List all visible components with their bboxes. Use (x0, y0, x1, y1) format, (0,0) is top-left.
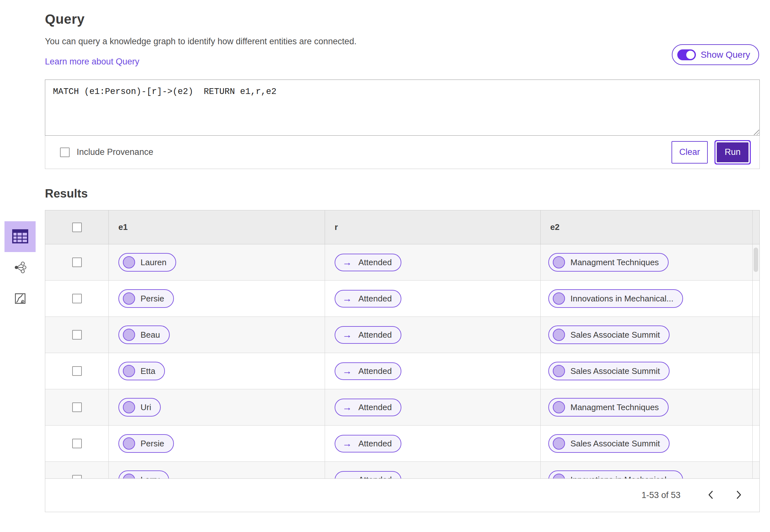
results-pagination-bar: 1-53 of 53 (45, 478, 759, 512)
entity-node-icon (123, 365, 135, 377)
entity-node-icon (123, 292, 135, 305)
entity-node-icon (123, 401, 135, 413)
results-table-body: Lauren → Attended Managment Techniques P… (45, 244, 759, 478)
entity-node-icon (123, 329, 135, 341)
network-view-button[interactable] (4, 252, 36, 283)
table-row: Beau → Attended Sales Associate Summit (45, 317, 759, 353)
entity-node-icon (123, 474, 135, 478)
map-view-button[interactable] (4, 283, 36, 314)
entity-pill-e2[interactable]: Managment Techniques (548, 253, 669, 272)
column-header-e1[interactable]: e1 (109, 210, 325, 244)
entity-node-icon (553, 365, 565, 377)
relation-pill[interactable]: → Attended (334, 435, 402, 452)
row-checkbox[interactable] (72, 258, 82, 267)
entity-node-icon (553, 256, 565, 268)
select-all-checkbox[interactable] (72, 223, 82, 232)
page-title: Query (45, 0, 760, 27)
row-checkbox[interactable] (72, 330, 82, 340)
relation-arrow-icon: → (342, 402, 352, 412)
network-graph-icon (14, 262, 27, 274)
row-checkbox[interactable] (72, 402, 82, 412)
entity-pill-e1[interactable]: Uri (118, 398, 161, 417)
relation-arrow-icon: → (342, 258, 352, 267)
table-view-button[interactable] (4, 221, 36, 252)
entity-pill-e1[interactable]: Beau (118, 325, 170, 344)
entity-pill-e1[interactable]: Larry (118, 470, 169, 478)
row-checkbox[interactable] (72, 439, 82, 448)
results-table-header: e1 r e2 (45, 210, 759, 244)
table-row: Larry → Attended Innovations in Mechanic… (45, 462, 759, 478)
relation-pill[interactable]: → Attended (334, 254, 402, 271)
column-header-e2[interactable]: e2 (541, 210, 759, 244)
row-checkbox[interactable] (72, 294, 82, 303)
entity-node-icon (123, 256, 135, 268)
row-checkbox[interactable] (72, 475, 82, 478)
clear-button[interactable]: Clear (672, 141, 708, 164)
relation-pill[interactable]: → Attended (334, 399, 402, 416)
query-actions-bar: Include Provenance Clear Run (45, 136, 760, 169)
entity-pill-e1[interactable]: Lauren (118, 253, 176, 272)
entity-pill-e2[interactable]: Innovations in Mechanical... (548, 470, 683, 478)
entity-node-icon (123, 437, 135, 450)
results-table-card: e1 r e2 Lauren → Attended Managment Tec (45, 210, 760, 512)
entity-pill-e2[interactable]: Innovations in Mechanical... (548, 289, 683, 308)
view-switcher-sidebar (4, 221, 36, 314)
run-button[interactable]: Run (717, 142, 749, 162)
entity-pill-e2[interactable]: Managment Techniques (548, 398, 669, 417)
relation-arrow-icon: → (342, 294, 352, 303)
relation-pill[interactable]: → Attended (334, 290, 402, 308)
entity-node-icon (553, 437, 565, 450)
include-provenance-checkbox[interactable] (60, 148, 70, 157)
entity-pill-e2[interactable]: Sales Associate Summit (548, 434, 670, 453)
include-provenance-option[interactable]: Include Provenance (60, 147, 153, 157)
relation-arrow-icon: → (342, 330, 352, 340)
table-row: Uri → Attended Managment Techniques (45, 389, 759, 426)
relation-pill[interactable]: → Attended (334, 362, 402, 380)
map-route-icon (14, 293, 26, 305)
entity-pill-e2[interactable]: Sales Associate Summit (548, 325, 670, 344)
table-view-icon (12, 229, 28, 244)
entity-node-icon (553, 329, 565, 341)
learn-more-link[interactable]: Learn more about Query (45, 57, 139, 67)
entity-node-icon (553, 401, 565, 413)
table-row: Etta → Attended Sales Associate Summit (45, 353, 759, 389)
scrollbar-thumb[interactable] (754, 248, 758, 272)
column-header-r[interactable]: r (325, 210, 541, 244)
row-checkbox[interactable] (72, 366, 82, 376)
next-page-button[interactable] (731, 488, 747, 503)
entity-node-icon (553, 474, 565, 478)
pagination-range-label: 1-53 of 53 (641, 490, 681, 500)
entity-node-icon (553, 292, 565, 305)
relation-arrow-icon: → (342, 366, 352, 376)
query-page: Show Query Query You can query a knowled… (0, 0, 770, 532)
relation-pill[interactable]: → Attended (334, 326, 402, 344)
previous-page-button[interactable] (703, 488, 718, 503)
entity-pill-e1[interactable]: Persie (118, 289, 174, 308)
results-title: Results (45, 187, 760, 200)
main-content: Query You can query a knowledge graph to… (45, 0, 760, 512)
query-panel: MATCH (e1:Person)-[r]->(e2) RETURN e1,r,… (45, 80, 760, 169)
entity-pill-e1[interactable]: Persie (118, 434, 174, 453)
chevron-left-icon (707, 490, 715, 501)
table-row: Persie → Attended Sales Associate Summit (45, 426, 759, 462)
table-row: Persie → Attended Innovations in Mechani… (45, 281, 759, 317)
query-editor-textarea[interactable]: MATCH (e1:Person)-[r]->(e2) RETURN e1,r,… (45, 80, 760, 136)
chevron-right-icon (735, 490, 743, 501)
include-provenance-label: Include Provenance (77, 147, 153, 157)
page-description: You can query a knowledge graph to ident… (45, 37, 760, 46)
relation-arrow-icon: → (342, 439, 352, 448)
table-row: Lauren → Attended Managment Techniques (45, 244, 759, 281)
relation-arrow-icon: → (342, 475, 352, 478)
relation-pill[interactable]: → Attended (334, 471, 402, 479)
entity-pill-e1[interactable]: Etta (118, 362, 165, 380)
entity-pill-e2[interactable]: Sales Associate Summit (548, 362, 670, 380)
